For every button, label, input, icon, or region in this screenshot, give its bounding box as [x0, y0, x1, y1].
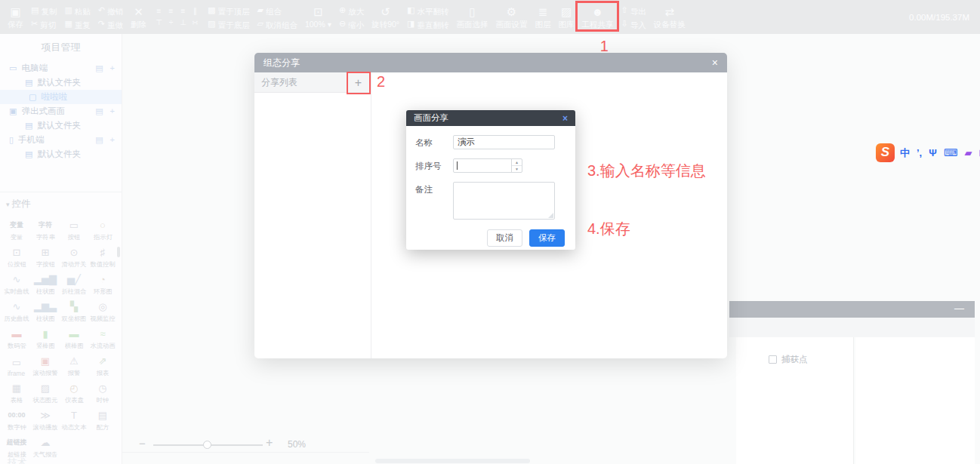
name-input[interactable] [453, 135, 555, 149]
control-donut-chart[interactable]: ◔环形图 [88, 272, 117, 299]
project-share-button[interactable]: ☻工程共享1 [581, 5, 613, 29]
canvas-zoom-out-button[interactable]: − [139, 437, 146, 450]
sort-number-stepper[interactable]: ▲▼ [453, 158, 522, 173]
control-horizontal-bar[interactable]: ▬横棒图 [60, 326, 88, 353]
bring-to-front-button[interactable]: ▩置于顶层 [208, 5, 249, 16]
tree-item-mobile-default-folder[interactable]: ▤默认文件夹 [0, 147, 122, 161]
distribute-v-icon[interactable]: ∺ [190, 19, 200, 26]
control-state-element[interactable]: ▨状态图元 [31, 380, 60, 407]
control-video-monitor[interactable]: ◎视频监控 [88, 299, 117, 326]
control-button[interactable]: ▭按钮 [60, 217, 88, 244]
import-button[interactable]: ⇩导入 [621, 19, 646, 29]
zoom-out-button[interactable]: ⊖缩小 [339, 19, 364, 29]
control-line-bar-mix[interactable]: ▅╱折柱混合 [60, 272, 88, 299]
screen-share-dialog-titlebar[interactable]: 画面分享 × [406, 110, 575, 126]
canvas-zoom-in-button[interactable]: + [266, 436, 273, 450]
tree-item-mobile[interactable]: ▯手机端▤+ [0, 133, 122, 147]
group-button[interactable]: ▰组合 [257, 5, 297, 16]
tree-item-popup-default-folder[interactable]: ▤默认文件夹 [0, 118, 122, 133]
align-v-center-icon[interactable]: ÷ [166, 19, 176, 26]
ime-microphone-icon[interactable]: Ψ [929, 148, 937, 158]
flip-vertical-button[interactable]: ◨垂直翻转 [407, 19, 448, 29]
control-variable[interactable]: 变量变量 [2, 217, 31, 244]
control-history-curve[interactable]: ∿历史曲线 [2, 299, 31, 326]
add-page-icon[interactable]: + [110, 106, 115, 116]
layers-button[interactable]: ≣图层 [535, 5, 550, 29]
tree-item-page[interactable]: ▢啦啦啦 [0, 90, 122, 104]
control-water-flow[interactable]: ≈水流动画 [88, 326, 117, 353]
control-recipe[interactable]: ▤配方 [88, 407, 117, 435]
cancel-button[interactable]: 取消 [487, 229, 522, 247]
ime-keyboard-icon[interactable]: ⌨ [944, 148, 958, 158]
ungroup-button[interactable]: ▱取消组合 [257, 19, 297, 29]
control-indicator-light[interactable]: ○指示灯 [88, 217, 117, 244]
copy-button[interactable]: ▤复制 [31, 5, 57, 16]
close-icon[interactable]: × [562, 114, 568, 123]
control-realtime-curve[interactable]: ∿实时曲线 [2, 272, 31, 299]
save-button[interactable]: 保存 [529, 229, 565, 247]
control-digital-clock[interactable]: 00:00数字钟 [2, 407, 31, 435]
remark-textarea[interactable] [454, 183, 554, 219]
control-scroll-play[interactable]: ≫滚动播放 [31, 407, 60, 435]
tree-item-pc-default-folder[interactable]: ▤默认文件夹 [0, 75, 122, 90]
control-clock[interactable]: ◷时钟 [88, 380, 117, 407]
undo-button[interactable]: ↶撤销 [98, 5, 123, 16]
tree-item-popup[interactable]: ▣弹出式画面▤+ [0, 104, 122, 118]
control-table[interactable]: ▦表格 [2, 380, 31, 407]
align-right-icon[interactable]: ≡ [178, 8, 188, 15]
screen-settings-button[interactable]: ⚙画面设置 [495, 5, 527, 29]
save-button[interactable]: ▣保存 [8, 5, 23, 29]
control-word-button[interactable]: ⊞字按钮 [31, 244, 60, 272]
capture-point-checkbox[interactable] [769, 355, 777, 364]
control-bar-chart[interactable]: ▂▆▃柱状图 [31, 299, 60, 326]
rotate-90-button[interactable]: ↺旋转90° [371, 5, 399, 29]
export-button[interactable]: ⇧导出 [621, 5, 646, 16]
control-vertical-bar[interactable]: ▮竖棒图 [31, 326, 60, 353]
redo-button[interactable]: ↷重做 [98, 19, 123, 29]
control-scroll-alarm[interactable]: ▣滚动报警 [31, 353, 60, 380]
delete-button[interactable]: ✕删除 [131, 5, 146, 29]
add-folder-icon[interactable]: ▤ [95, 63, 103, 73]
add-page-icon[interactable]: + [110, 135, 115, 145]
control-dual-axis-chart[interactable]: ▚双坐标图 [60, 299, 88, 326]
device-replace-button[interactable]: ⇄设备替换 [654, 5, 686, 29]
control-bar-chart[interactable]: ▂▅▇柱状图 [31, 272, 60, 299]
close-icon[interactable]: × [712, 57, 718, 68]
zoom-in-button[interactable]: ⊕放大 [339, 5, 364, 16]
ime-punctuation[interactable]: ’, [917, 148, 922, 158]
duplicate-button[interactable]: ▦重复 [64, 19, 90, 29]
sidebar-scrollbar[interactable] [117, 247, 120, 257]
add-folder-icon[interactable]: ▤ [95, 135, 103, 145]
capture-point-option[interactable]: 捕获点 [769, 354, 808, 365]
controls-section-header[interactable]: ▾控件 [0, 192, 122, 210]
cut-button[interactable]: ✂剪切 [31, 19, 57, 29]
paste-button[interactable]: ▥粘贴 [64, 5, 90, 16]
spinner-up-icon[interactable]: ▲ [512, 159, 522, 166]
align-left-icon[interactable]: ≡ [154, 8, 164, 15]
ime-skin-icon[interactable]: ▰ [965, 148, 972, 158]
bottom-panel-header[interactable]: — [729, 301, 975, 318]
sogou-logo-icon[interactable]: S [876, 143, 895, 162]
send-to-back-button[interactable]: ▨置于底层 [208, 19, 249, 29]
control-digital-tube[interactable]: ▬数码管 [2, 326, 31, 353]
distribute-h-icon[interactable]: ∥ [190, 8, 200, 15]
horizontal-scrollbar[interactable] [375, 459, 530, 463]
tree-item-pc[interactable]: ▭电脑端▤+ [0, 61, 122, 75]
add-folder-icon[interactable]: ▤ [95, 106, 103, 116]
spinner-down-icon[interactable]: ▼ [512, 166, 522, 172]
zoom-slider-handle[interactable] [203, 441, 211, 449]
control-weather[interactable]: ☁天气报告 [31, 435, 60, 462]
config-share-dialog-titlebar[interactable]: 组态分享 × [254, 53, 727, 72]
control-alarm[interactable]: ⚠报警 [60, 353, 88, 380]
control-value-control[interactable]: ♯数值控制 [88, 244, 117, 272]
control-report[interactable]: ⇗报表 [88, 353, 117, 380]
flip-horizontal-button[interactable]: ◧水平翻转 [407, 5, 448, 16]
align-top-icon[interactable]: ⊤ [154, 19, 164, 26]
ime-mode-chinese[interactable]: 中 [900, 148, 910, 158]
control-slide-switch[interactable]: ⊙滑动开关 [60, 244, 88, 272]
control-iframe[interactable]: ▭iframe [2, 353, 31, 380]
control-gauge[interactable]: ◴仪表盘 [60, 380, 88, 407]
resize-handle-icon[interactable] [548, 213, 553, 218]
zoom-level-button[interactable]: ⊡100% ▾ [305, 5, 331, 29]
add-page-icon[interactable]: + [110, 63, 115, 73]
